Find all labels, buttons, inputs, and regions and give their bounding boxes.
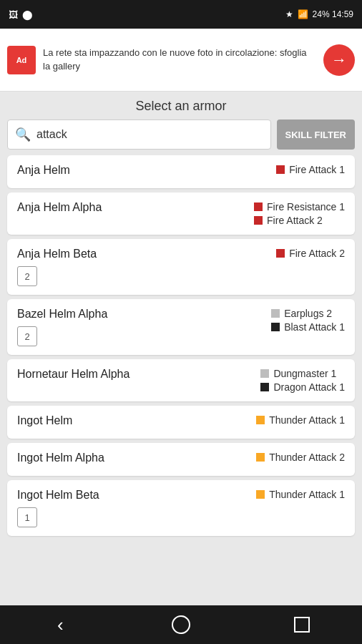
skill-color-dot <box>256 453 265 462</box>
item-skills: Thunder Attack 1 <box>256 489 345 500</box>
list-item[interactable]: Ingot HelmThunder Attack 1 <box>7 406 355 439</box>
ad-arrow-button[interactable]: → <box>323 44 355 76</box>
item-left: Bazel Helm Alpha2 <box>17 308 107 346</box>
item-skills: Earplugs 2Blast Attack 1 <box>271 308 345 333</box>
battery-text: 24% 14:59 <box>313 9 353 19</box>
gallery-icon: 🖼 <box>9 9 18 20</box>
bottom-nav: ‹ <box>0 605 362 644</box>
skill-label: Earplugs 2 <box>284 308 332 319</box>
skill-label: Thunder Attack 2 <box>269 452 345 463</box>
back-button[interactable]: ‹ <box>39 609 82 640</box>
list-item[interactable]: Anja HelmFire Attack 1 <box>7 155 355 188</box>
item-left: Anja Helm Beta2 <box>17 248 97 286</box>
skill-row: Thunder Attack 1 <box>256 489 345 500</box>
back-icon: ‹ <box>57 614 64 636</box>
list-item[interactable]: Anja Helm Beta2Fire Attack 2 <box>7 239 355 295</box>
skill-color-dot <box>276 165 285 174</box>
skill-row: Thunder Attack 1 <box>256 414 345 426</box>
item-left: Ingot Helm <box>17 414 72 430</box>
search-area: 🔍 SKILL FILTER <box>0 119 362 155</box>
recent-apps-button[interactable] <box>280 609 323 640</box>
search-box: 🔍 <box>7 119 271 150</box>
skill-label: Thunder Attack 1 <box>269 414 345 426</box>
skill-label: Fire Attack 2 <box>267 215 323 226</box>
item-name: Hornetaur Helm Alpha <box>17 368 129 381</box>
skill-row: Fire Attack 2 <box>254 215 323 226</box>
item-name: Anja Helm Alpha <box>17 201 102 214</box>
skill-label: Fire Resistance 1 <box>267 201 345 213</box>
skill-color-dot <box>254 216 263 225</box>
slot-badge: 2 <box>17 326 37 346</box>
item-name: Anja Helm <box>17 164 70 177</box>
skill-color-dot <box>260 383 269 391</box>
skill-color-dot <box>254 203 263 211</box>
ad-banner[interactable]: Ad La rete sta impazzando con le nuove f… <box>0 29 362 92</box>
skill-color-dot <box>276 249 285 258</box>
skill-label: Fire Attack 1 <box>289 164 345 175</box>
circle-icon: ⬤ <box>22 9 33 20</box>
status-right: ★ 📶 24% 14:59 <box>285 9 353 19</box>
item-name: Ingot Helm Alpha <box>17 452 104 464</box>
skill-color-dot <box>256 490 265 499</box>
item-name: Anja Helm Beta <box>17 248 97 260</box>
list-item[interactable]: Ingot Helm AlphaThunder Attack 2 <box>7 443 355 476</box>
item-skills: Thunder Attack 1 <box>256 414 345 426</box>
skill-label: Fire Attack 2 <box>289 248 345 259</box>
item-left: Anja Helm <box>17 164 70 180</box>
list-item[interactable]: Ingot Helm Beta1Thunder Attack 1 <box>7 480 355 536</box>
slot-badge: 2 <box>17 266 37 286</box>
home-icon <box>172 615 190 634</box>
list-item[interactable]: Hornetaur Helm AlphaDungmaster 1Dragon A… <box>7 359 355 401</box>
slot-badge: 1 <box>17 507 37 527</box>
item-left: Ingot Helm Alpha <box>17 452 104 467</box>
item-skills: Fire Attack 1 <box>276 164 345 175</box>
skill-row: Earplugs 2 <box>271 308 332 319</box>
skill-row: Blast Attack 1 <box>271 321 345 333</box>
search-icon: 🔍 <box>15 127 31 142</box>
item-skills: Thunder Attack 2 <box>256 452 345 463</box>
page-title: Select an armor <box>0 92 362 119</box>
skill-filter-button[interactable]: SKILL FILTER <box>277 119 355 150</box>
item-skills: Fire Resistance 1Fire Attack 2 <box>254 201 345 226</box>
skill-label: Dungmaster 1 <box>273 368 336 379</box>
bluetooth-icon: ★ <box>285 9 293 19</box>
item-skills: Dungmaster 1Dragon Attack 1 <box>260 368 345 393</box>
list-item[interactable]: Anja Helm AlphaFire Resistance 1Fire Att… <box>7 192 355 235</box>
item-name: Ingot Helm <box>17 414 72 427</box>
item-name: Ingot Helm Beta <box>17 489 99 502</box>
skill-color-dot <box>271 309 280 318</box>
skill-row: Fire Attack 2 <box>276 248 345 259</box>
item-name: Bazel Helm Alpha <box>17 308 107 321</box>
item-left: Hornetaur Helm Alpha <box>17 368 129 384</box>
item-left: Anja Helm Alpha <box>17 201 102 217</box>
list-item[interactable]: Bazel Helm Alpha2Earplugs 2Blast Attack … <box>7 299 355 355</box>
home-button[interactable] <box>160 609 202 640</box>
status-left: 🖼 ⬤ <box>9 9 33 20</box>
ad-text: La rete sta impazzando con le nuove foto… <box>43 47 316 72</box>
item-skills: Fire Attack 2 <box>276 248 345 259</box>
status-bar: 🖼 ⬤ ★ 📶 24% 14:59 <box>0 0 362 29</box>
skill-color-dot <box>260 369 269 378</box>
skill-row: Fire Resistance 1 <box>254 201 345 213</box>
skill-row: Dragon Attack 1 <box>260 381 345 393</box>
skill-color-dot <box>256 416 265 424</box>
skill-row: Thunder Attack 2 <box>256 452 345 463</box>
ad-logo: Ad <box>7 46 36 74</box>
skill-row: Fire Attack 1 <box>276 164 345 175</box>
skill-row: Dungmaster 1 <box>260 368 336 379</box>
recent-icon <box>294 617 310 633</box>
skill-label: Dragon Attack 1 <box>273 381 345 393</box>
skill-color-dot <box>271 323 280 331</box>
armor-list: Anja HelmFire Attack 1Anja Helm AlphaFir… <box>0 155 362 609</box>
item-left: Ingot Helm Beta1 <box>17 489 99 527</box>
skill-label: Thunder Attack 1 <box>269 489 345 500</box>
signal-icon: 📶 <box>298 9 308 19</box>
search-input[interactable] <box>36 128 263 141</box>
skill-label: Blast Attack 1 <box>284 321 345 333</box>
